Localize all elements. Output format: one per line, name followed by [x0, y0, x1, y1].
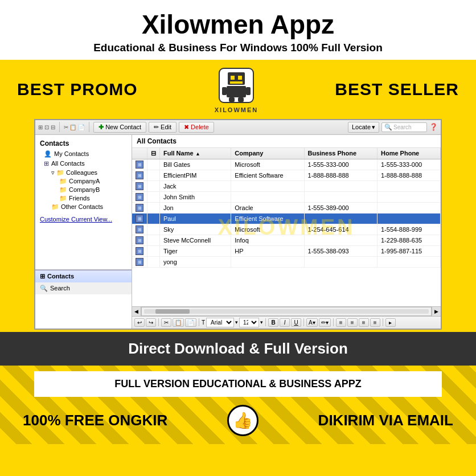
plus-icon: ✚ — [99, 124, 104, 131]
btool-sep2 — [199, 318, 199, 326]
scrollbar-track[interactable] — [141, 307, 432, 316]
copy-button[interactable]: 📋 — [173, 318, 184, 327]
cell-icon: ⊞ — [132, 180, 147, 191]
more-button[interactable]: ▸ — [385, 318, 396, 327]
svg-rect-5 — [227, 86, 246, 97]
search-tab-icon: 🔍 — [40, 285, 48, 292]
sidebar-bottom: ⊞ Contacts 🔍 Search — [35, 269, 132, 294]
cell-business — [304, 256, 377, 267]
sidebar: Contacts 👤 My Contacts ⊞ All Contacts ▿ … — [35, 135, 132, 329]
table-row[interactable]: ⊞ Tiger HP 1-555-388-093 1-995-887-115 — [132, 245, 441, 256]
cell-flag — [147, 224, 160, 235]
font-label: T — [202, 319, 205, 326]
table-row[interactable]: ⊞ Jon Oracle 1-555-389-000 — [132, 202, 441, 213]
promo-banner: BEST PROMO XILOWMEN BEST SELLER — [0, 60, 476, 119]
table-row[interactable]: ⊞ yong — [132, 256, 441, 267]
final-row: 100% FREE ONGKIR 👍 DIKIRIM VIA EMAIL — [0, 397, 476, 444]
cell-home: 1-554-888-999 — [377, 224, 440, 235]
font-size-select[interactable]: 12 — [239, 318, 259, 327]
align-right-button[interactable]: ≡ — [359, 318, 369, 327]
search-icon: 🔍 — [384, 124, 392, 131]
table-row[interactable]: ⊞ EfficientPIM Efficient Software 1-888-… — [132, 170, 441, 180]
cell-flag — [147, 159, 160, 170]
font-size-label: ▾ — [235, 319, 238, 325]
cell-home: 1-995-887-115 — [377, 245, 440, 256]
main-area: Contacts 👤 My Contacts ⊞ All Contacts ▿ … — [35, 135, 441, 329]
cell-company: Infoq — [231, 235, 304, 245]
delete-icon: ✖ — [184, 124, 189, 131]
locate-dropdown[interactable]: Locate ▾ — [348, 122, 379, 133]
align-justify-button[interactable]: ≡ — [370, 318, 380, 327]
sidebar-all-contacts[interactable]: ⊞ All Contacts — [35, 159, 132, 169]
cut-button[interactable]: ✂ — [161, 318, 171, 327]
undo-button[interactable]: ↩ — [134, 318, 145, 327]
folder-icon-b: 📁 — [59, 186, 67, 194]
bottom-badge: FULL VERSION EDUCATIONAL & BUSINESS APPZ — [34, 371, 442, 397]
highlight-button[interactable]: ✏▾ — [319, 318, 331, 327]
cell-icon: ⊞ — [132, 256, 147, 267]
col-fullname[interactable]: Full Name ▴ — [160, 148, 231, 159]
contacts-list-header: All Contacts — [132, 135, 441, 148]
dikirim-text: DIKIRIM VIA EMAIL — [318, 412, 453, 429]
table-row[interactable]: ⊞ John Smith — [132, 191, 441, 202]
col-flag: ⊟ — [147, 148, 160, 159]
btool-sep6 — [383, 318, 383, 326]
table-row[interactable]: ⊞ Sky Microsoft 1-254-645-614 1-554-888-… — [132, 224, 441, 235]
row-icon: ⊞ — [136, 193, 143, 201]
contacts-table: ⊟ Full Name ▴ Company Business Phone Hom… — [132, 148, 441, 268]
row-icon: ⊞ — [136, 171, 143, 179]
cell-fullname: Jon — [160, 202, 231, 213]
table-row[interactable]: ⊞ Paul Efficient Software — [132, 213, 441, 224]
horizontal-scrollbar[interactable]: ◀ ▶ — [132, 306, 441, 316]
edit-button[interactable]: ✏ Edit — [149, 122, 177, 133]
btool-sep1 — [158, 318, 159, 326]
align-left-button[interactable]: ≡ — [336, 318, 346, 327]
row-icon: ⊞ — [136, 215, 143, 223]
sidebar-tree-companya: 📁 CompanyA — [35, 177, 132, 186]
font-color-button[interactable]: A▾ — [306, 318, 318, 327]
underline-button[interactable]: U — [291, 318, 301, 327]
col-company[interactable]: Company — [231, 148, 304, 159]
new-contact-button[interactable]: ✚ New Contact — [93, 122, 146, 133]
delete-button[interactable]: ✖ Delete — [179, 122, 214, 133]
nav-contacts-tab[interactable]: ⊞ Contacts — [35, 270, 132, 282]
redo-button[interactable]: ↪ — [146, 318, 156, 327]
italic-button[interactable]: I — [280, 318, 290, 327]
folder-icon-a: 📁 — [59, 178, 67, 185]
paste-button[interactable]: 📄 — [185, 318, 196, 327]
cell-fullname: EfficientPIM — [160, 170, 231, 180]
col-business[interactable]: Business Phone — [304, 148, 377, 159]
logo-text: XILOWMEN — [215, 106, 258, 113]
row-icon: ⊞ — [136, 247, 143, 255]
cell-company: Efficient Software — [231, 170, 304, 180]
btool-sep5 — [333, 318, 334, 326]
svg-rect-2 — [231, 76, 235, 80]
nav-search-tab[interactable]: 🔍 Search — [35, 282, 132, 294]
table-row[interactable]: ⊞ Bill Gates Microsoft 1-555-333-000 1-5… — [132, 159, 441, 170]
cell-business — [304, 213, 377, 224]
bottom-toolbar: ↩ ↪ ✂ 📋 📄 T Arial ▾ 12 ▾ B I U — [132, 316, 441, 329]
cell-company — [231, 256, 304, 267]
table-row[interactable]: ⊞ Jack — [132, 180, 441, 191]
search-box[interactable]: 🔍 Search — [381, 122, 427, 132]
cell-fullname: yong — [160, 256, 231, 267]
cell-business — [304, 235, 377, 245]
cell-company: Microsoft — [231, 159, 304, 170]
cell-company: HP — [231, 245, 304, 256]
cell-icon: ⊞ — [132, 224, 147, 235]
best-promo-label: BEST PROMO — [17, 80, 138, 99]
table-header-row: ⊟ Full Name ▴ Company Business Phone Hom… — [132, 148, 441, 159]
cell-flag — [147, 170, 160, 180]
customize-view-link[interactable]: Customize Current View... — [35, 211, 132, 224]
bold-button[interactable]: B — [268, 318, 278, 327]
cell-flag — [147, 256, 160, 267]
table-row[interactable]: ⊞ Steve McConnell Infoq 1-229-888-635 — [132, 235, 441, 245]
app-screenshot: ⊞ ⊡ ⊟ ✂ 📋 📄 ✚ New Contact ✏ Edit ✖ Delet… — [34, 119, 442, 330]
align-center-button[interactable]: ≡ — [347, 318, 358, 327]
font-family-select[interactable]: Arial — [206, 318, 234, 327]
app-subtitle: Educational & Business For Windows 100% … — [6, 42, 470, 54]
cell-home — [377, 180, 440, 191]
cell-fullname: Sky — [160, 224, 231, 235]
cell-icon: ⊞ — [132, 202, 147, 213]
col-home[interactable]: Home Phone — [377, 148, 440, 159]
